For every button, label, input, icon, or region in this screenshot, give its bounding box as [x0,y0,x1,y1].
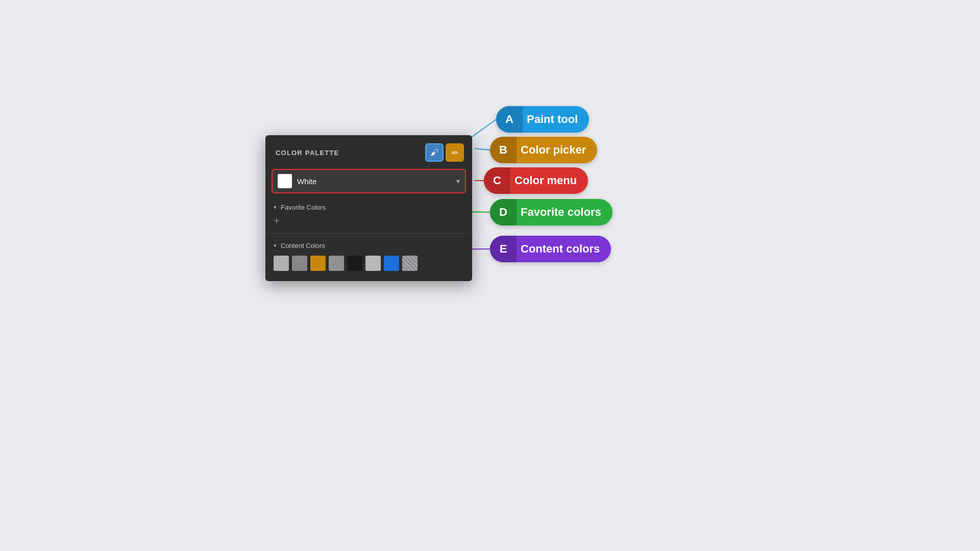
content-colors-chevron-icon[interactable]: ▾ [274,242,277,249]
callout-b-text: Color picker [517,143,597,157]
callout-d: D Favorite colors [490,199,612,226]
content-colors-label: Content Colors [281,242,325,249]
palette-header: COLOR PALETTE 🖌 ✏ [265,135,472,169]
swatch-orange[interactable] [310,256,326,271]
swatch-striped[interactable] [402,256,418,271]
callout-b: B Color picker [490,137,597,163]
svg-line-1 [475,148,490,150]
palette-title: COLOR PALETTE [276,149,339,157]
favorite-colors-chevron-icon[interactable]: ▾ [274,204,277,211]
swatch-gray[interactable] [329,256,344,271]
selected-color-name: White [297,177,456,186]
callout-d-letter: D [490,199,517,226]
swatch-blue[interactable] [384,256,399,271]
color-picker-icon: ✏ [452,148,458,158]
color-palette-panel: COLOR PALETTE 🖌 ✏ White ▾ ▾ Favorite Col… [265,135,472,281]
content-color-swatches [265,253,472,273]
callout-b-letter: B [490,137,517,163]
callout-a-letter: A [496,106,523,133]
callout-e: E Content colors [490,236,611,262]
callout-c-text: Color menu [510,174,588,187]
palette-icons: 🖌 ✏ [425,143,464,162]
favorite-colors-label: Favorite Colors [281,204,326,211]
callout-d-text: Favorite colors [517,206,612,219]
add-favorite-color-button[interactable]: + [265,214,472,229]
content-colors-section-row: ▾ Content Colors [265,238,472,253]
callout-e-letter: E [490,236,517,262]
callout-c-letter: C [484,167,510,194]
callout-c: C Color menu [484,167,588,194]
swatch-light-gray[interactable] [274,256,289,271]
paint-tool-icon: 🖌 [430,148,438,157]
paint-tool-button[interactable]: 🖌 [425,143,444,162]
swatch-silver[interactable] [365,256,381,271]
callout-a-text: Paint tool [523,113,589,126]
callout-a: A Paint tool [496,106,589,133]
favorite-colors-section-row: ▾ Favorite Colors [265,199,472,214]
selected-color-swatch [278,174,292,188]
swatch-dark[interactable] [347,256,362,271]
swatch-medium-gray[interactable] [292,256,307,271]
callout-e-text: Content colors [517,242,611,256]
color-menu-dropdown[interactable]: White ▾ [272,169,466,193]
dropdown-arrow-icon: ▾ [456,177,460,185]
color-picker-button[interactable]: ✏ [446,143,464,162]
